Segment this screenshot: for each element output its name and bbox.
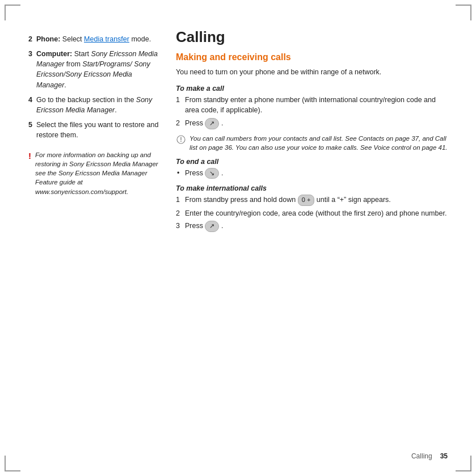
step-num: 1 xyxy=(176,195,180,205)
intl-step3: 3 Press ↗ . xyxy=(176,221,448,231)
mode-text: mode. xyxy=(131,35,151,43)
svg-point-2 xyxy=(180,141,182,142)
select-text: Select xyxy=(62,35,84,43)
corner-bl xyxy=(5,456,20,471)
call-button-icon-2: ↗ xyxy=(205,221,219,231)
tip-icon xyxy=(176,134,186,146)
intl-call-steps: 1 From standby press and hold down 0 + u… xyxy=(176,195,448,232)
list-num: 4 xyxy=(28,95,32,105)
call-button-icon: ↗ xyxy=(205,118,219,129)
intl-step2-text: Enter the country/region code, area code… xyxy=(185,209,446,217)
intl-call-heading: To make international calls xyxy=(176,184,448,192)
intl-step2: 2 Enter the country/region code, area co… xyxy=(176,208,448,219)
end-press-label: Press xyxy=(185,169,203,177)
footer-page: 35 xyxy=(440,452,448,460)
step-num: 3 xyxy=(176,221,180,231)
make-call-steps: 1 From standby enter a phone number (wit… xyxy=(176,95,448,129)
section-title: Calling xyxy=(176,28,448,46)
phone-label: Phone: xyxy=(36,35,60,43)
intl-step1-after: until a “+” sign appears. xyxy=(317,196,391,204)
list-item: 3 Computer: Start Sony Ericsson Media Ma… xyxy=(28,49,159,90)
tip-box: You can call numbers from your contacts … xyxy=(176,134,448,152)
make-call-heading: To make a call xyxy=(176,85,448,92)
intl-step1: 1 From standby press and hold down 0 + u… xyxy=(176,195,448,205)
content-wrapper: 2 Phone: Select Media transfer mode. 3 C… xyxy=(28,28,448,431)
end-button-icon: ↘ xyxy=(205,168,219,179)
footer-label: Calling xyxy=(411,452,432,460)
intl-step1-text: From standby press and hold down xyxy=(185,196,296,204)
lightbulb-icon xyxy=(176,134,186,145)
step-num: 2 xyxy=(176,208,180,219)
list-item: 4 Go to the backup section in the Sony E… xyxy=(28,95,159,115)
list-num: 3 xyxy=(28,49,32,59)
intl-step3-text: Press xyxy=(185,222,203,230)
corner-tr xyxy=(456,5,471,20)
page: 2 Phone: Select Media transfer mode. 3 C… xyxy=(0,0,476,476)
list-num: 5 xyxy=(28,120,32,130)
note-box: ! For more information on backing up and… xyxy=(28,150,159,196)
zero-plus-button-icon: 0 + xyxy=(298,195,315,205)
press-label: Press xyxy=(185,119,203,127)
list-item: 2 Phone: Select Media transfer mode. xyxy=(28,34,159,44)
end-call-heading: To end a call xyxy=(176,158,448,166)
end-call-list: Press ↘ . xyxy=(176,168,448,179)
step1-text: From standby enter a phone number (with … xyxy=(185,96,436,115)
computer-label: Computer: xyxy=(36,50,72,58)
backup-text: Go to the backup section in the Sony Eri… xyxy=(36,96,152,114)
right-column: Calling Making and receiving calls You n… xyxy=(176,28,448,431)
subsection-title: Making and receiving calls xyxy=(176,52,448,64)
intro-text: You need to turn on your phone and be wi… xyxy=(176,67,448,78)
footer: Calling 35 xyxy=(411,452,448,460)
press-after: . xyxy=(221,119,223,127)
left-column: 2 Phone: Select Media transfer mode. 3 C… xyxy=(28,28,159,431)
left-list: 2 Phone: Select Media transfer mode. 3 C… xyxy=(28,34,159,140)
corner-tl xyxy=(5,5,20,20)
intl-step3-after: . xyxy=(221,222,223,230)
end-after: . xyxy=(221,169,223,177)
note-text: For more information on backing up and r… xyxy=(35,150,159,196)
make-call-step2: 2 Press ↗ . xyxy=(176,118,448,129)
list-item: 5 Select the files you want to restore a… xyxy=(28,120,159,140)
end-call-item: Press ↘ . xyxy=(176,168,448,179)
step-num: 1 xyxy=(176,95,180,106)
media-transfer-link: Media transfer xyxy=(84,35,129,43)
list-num: 2 xyxy=(28,34,32,44)
make-call-step1: 1 From standby enter a phone number (wit… xyxy=(176,95,448,116)
tip-text: You can call numbers from your contacts … xyxy=(189,134,448,152)
corner-br xyxy=(456,456,471,471)
step-num: 2 xyxy=(176,118,180,129)
select-files-text: Select the files you want to restore and… xyxy=(36,121,158,139)
note-icon: ! xyxy=(28,151,31,160)
